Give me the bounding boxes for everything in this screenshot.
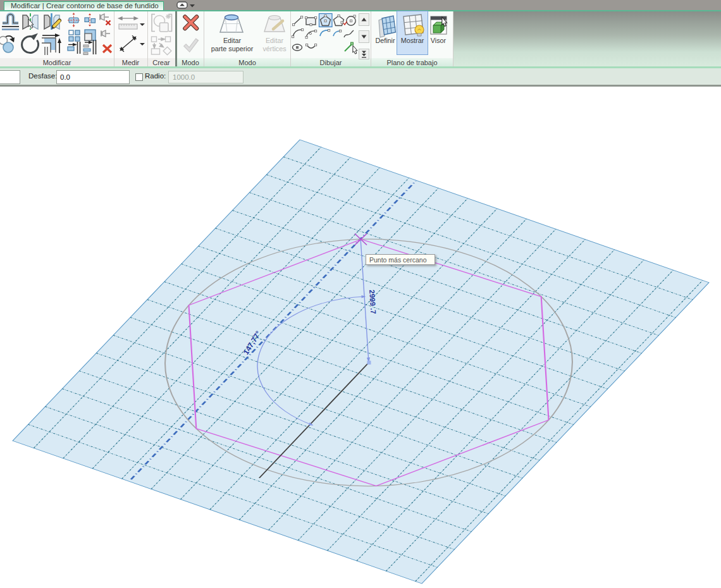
- svg-text:2999 .7: 2999 .7: [368, 290, 378, 314]
